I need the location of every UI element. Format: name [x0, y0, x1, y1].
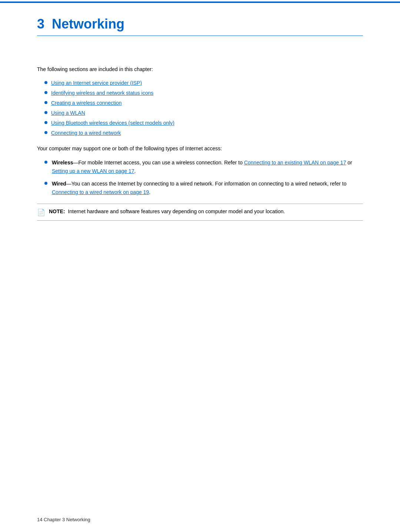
- chapter-header: 3 Networking: [37, 16, 363, 36]
- bullet-icon: [44, 91, 47, 94]
- bullet-icon: [44, 101, 47, 104]
- wireless-term: Wireless: [52, 160, 73, 165]
- chapter-number: 3: [37, 16, 44, 32]
- list-item-wired: Wired—You can access the Internet by con…: [44, 180, 363, 196]
- wireless-period: .: [134, 168, 136, 174]
- page: 3 Networking The following sections are …: [0, 1, 400, 532]
- link-existing-wlan[interactable]: Connecting to an existing WLAN on page 1…: [244, 160, 346, 165]
- bullet-icon: [44, 121, 47, 124]
- wired-text: Wired—You can access the Internet by con…: [52, 180, 363, 196]
- list-item-wireless: Wireless—For mobile Internet access, you…: [44, 158, 363, 175]
- content-area: 3 Networking The following sections are …: [0, 1, 400, 250]
- wireless-or: or: [346, 160, 352, 165]
- top-border: [0, 1, 400, 3]
- bullet-icon: [44, 161, 47, 164]
- toc-link-wlan[interactable]: Using a WLAN: [51, 109, 85, 117]
- page-footer: 14 Chapter 3 Networking: [37, 517, 90, 522]
- access-list: Wireless—For mobile Internet access, you…: [37, 158, 363, 196]
- wireless-dash: —: [73, 160, 78, 165]
- note-content: NOTE: Internet hardware and software fea…: [49, 208, 285, 215]
- wired-term: Wired: [52, 181, 66, 187]
- list-item: Using Bluetooth wireless devices (select…: [44, 119, 363, 127]
- wired-period: .: [149, 189, 150, 195]
- note-body: Internet hardware and software features …: [68, 208, 285, 214]
- support-text: Your computer may support one or both of…: [37, 144, 363, 153]
- bullet-icon: [44, 182, 47, 185]
- toc-link-wireless[interactable]: Creating a wireless connection: [51, 99, 122, 107]
- list-item: Creating a wireless connection: [44, 99, 363, 107]
- link-wired-network[interactable]: Connecting to a wired network on page 19: [52, 189, 149, 195]
- bullet-icon: [44, 111, 47, 114]
- toc-link-bluetooth[interactable]: Using Bluetooth wireless devices (select…: [51, 119, 174, 127]
- list-item: Using a WLAN: [44, 109, 363, 117]
- footer-page-number: 14: [37, 517, 42, 522]
- wired-desc: You can access the Internet by connectin…: [71, 181, 347, 187]
- wireless-text: Wireless—For mobile Internet access, you…: [52, 158, 363, 175]
- intro-text: The following sections are included in t…: [37, 66, 363, 73]
- note-box: 📄 NOTE: Internet hardware and software f…: [37, 204, 363, 221]
- wired-dash: —: [66, 181, 71, 187]
- chapter-title: Networking: [52, 16, 124, 32]
- toc-list: Using an Internet service provider (ISP)…: [37, 79, 363, 137]
- list-item: Identifying wireless and network status …: [44, 89, 363, 97]
- toc-link-isp[interactable]: Using an Internet service provider (ISP): [51, 79, 142, 87]
- bullet-icon: [44, 81, 47, 84]
- link-new-wlan[interactable]: Setting up a new WLAN on page 17: [52, 168, 134, 174]
- toc-link-icons[interactable]: Identifying wireless and network status …: [51, 89, 153, 97]
- toc-link-wired[interactable]: Connecting to a wired network: [51, 129, 121, 137]
- bullet-icon: [44, 131, 47, 134]
- list-item: Using an Internet service provider (ISP): [44, 79, 363, 87]
- footer-chapter-ref: Chapter 3 Networking: [44, 517, 90, 522]
- note-label: NOTE:: [49, 208, 65, 214]
- note-icon: 📄: [37, 208, 45, 217]
- list-item: Connecting to a wired network: [44, 129, 363, 137]
- wireless-desc: For mobile Internet access, you can use …: [78, 160, 244, 165]
